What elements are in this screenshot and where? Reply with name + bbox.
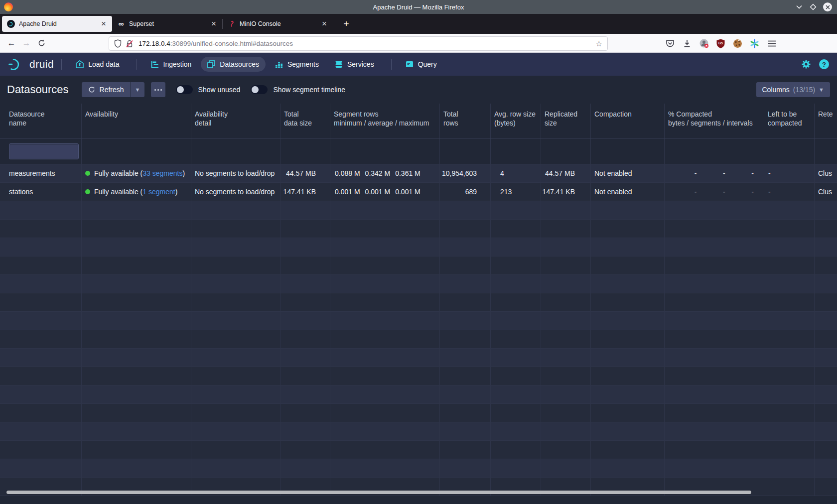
cell-availability xyxy=(82,312,191,330)
cell-retention xyxy=(815,275,837,293)
extension-asterisk-icon[interactable] xyxy=(749,38,760,49)
cell-compaction xyxy=(591,275,665,293)
table-row-stations[interactable]: stationsFully available (1 segment)No se… xyxy=(0,183,837,201)
column-header-compaction[interactable]: Compaction xyxy=(591,104,665,138)
tab-superset[interactable]: ∞ Superset × xyxy=(112,16,222,32)
table-header-row: DatasourcenameAvailabilityAvailabilityde… xyxy=(0,104,837,138)
tab-close-icon[interactable]: × xyxy=(321,20,328,28)
cell-pct_compacted xyxy=(665,385,764,403)
cell-name xyxy=(0,256,82,274)
more-actions-button[interactable] xyxy=(151,82,165,97)
nav-item-query[interactable]: Query xyxy=(399,57,443,72)
url-bar[interactable]: 172.18.0.4:30899/unified-console.html#da… xyxy=(109,36,608,51)
cell-replicated_size xyxy=(541,275,591,293)
cell-total_data_size xyxy=(280,459,330,477)
column-header-availability[interactable]: Availability xyxy=(82,104,191,138)
cell-retention xyxy=(815,256,837,274)
downloads-icon[interactable] xyxy=(682,38,692,49)
minio-favicon xyxy=(228,20,236,28)
cell-left_to_be_compacted xyxy=(764,275,815,293)
bookmark-star-icon[interactable]: ☆ xyxy=(596,39,602,48)
tab-close-icon[interactable]: × xyxy=(100,20,107,28)
horizontal-scrollbar[interactable] xyxy=(6,491,751,494)
cell-total_rows xyxy=(440,385,491,403)
cell-avg_row_size xyxy=(491,312,541,330)
druid-favicon xyxy=(7,20,15,28)
cell-compaction xyxy=(591,330,665,348)
new-tab-button[interactable]: + xyxy=(340,17,353,30)
table-row-measurements[interactable]: measurementsFully available (33 segments… xyxy=(0,164,837,183)
show-unused-toggle[interactable] xyxy=(176,85,193,94)
cell-avg_row_size xyxy=(491,367,541,385)
superset-favicon: ∞ xyxy=(117,20,125,28)
cell-availability xyxy=(82,441,191,459)
reload-button[interactable] xyxy=(34,39,49,47)
cell-availability_detail xyxy=(191,404,280,422)
column-header-name[interactable]: Datasourcename xyxy=(0,104,82,138)
nav-item-datasources[interactable]: Datasources xyxy=(201,57,266,72)
tab-strip: Apache Druid × ∞ Superset × MinIO Consol… xyxy=(0,14,837,34)
column-header-availability_detail[interactable]: Availabilitydetail xyxy=(191,104,280,138)
druid-logo-icon xyxy=(8,57,26,71)
column-header-retention[interactable]: Rete xyxy=(815,104,837,138)
table-row-empty xyxy=(0,312,837,330)
cell-avg_row_size xyxy=(491,404,541,422)
columns-button[interactable]: Columns (13/15) ▼ xyxy=(756,82,831,97)
column-header-pct_compacted[interactable]: % Compactedbytes / segments / intervals xyxy=(665,104,764,138)
back-button[interactable]: ← xyxy=(4,38,19,48)
table-filter-row xyxy=(0,138,837,164)
browser-toolbar: ← → 172.18.0.4:30899/unified-console.htm… xyxy=(0,34,837,53)
segments-link[interactable]: 33 segments xyxy=(142,169,182,177)
cell-segment_rows xyxy=(330,275,440,293)
nav-divider xyxy=(137,59,137,70)
window-minimize-button[interactable] xyxy=(795,3,803,11)
nav-item-load-data[interactable]: Load data xyxy=(69,57,126,72)
column-header-left_to_be_compacted[interactable]: Left to becompacted xyxy=(764,104,815,138)
column-header-total_rows[interactable]: Totalrows xyxy=(440,104,491,138)
forward-button[interactable]: → xyxy=(19,38,34,48)
cell-retention xyxy=(815,330,837,348)
column-header-replicated_size[interactable]: Replicatedsize xyxy=(541,104,591,138)
cell-compaction xyxy=(591,312,665,330)
help-icon[interactable]: ? xyxy=(819,59,829,69)
window-maximize-button[interactable] xyxy=(809,3,817,11)
extension-disabled-icon[interactable] xyxy=(698,38,709,49)
nav-item-label: Services xyxy=(347,60,374,68)
cell-pct_compacted xyxy=(665,459,764,477)
insecure-lock-icon[interactable] xyxy=(126,40,134,48)
tab-apache-druid[interactable]: Apache Druid × xyxy=(2,16,112,32)
pocket-icon[interactable] xyxy=(665,38,675,49)
cell-replicated_size xyxy=(541,238,591,256)
nav-item-ingestion[interactable]: Ingestion xyxy=(144,57,198,72)
cell-segment_rows xyxy=(330,256,440,274)
segments-link[interactable]: 1 segment xyxy=(142,188,175,196)
cell-availability xyxy=(82,385,191,403)
druid-logo[interactable]: druid xyxy=(8,57,54,71)
cookie-icon[interactable] xyxy=(732,38,743,49)
show-segment-timeline-toggle[interactable] xyxy=(251,85,268,94)
cell-retention xyxy=(815,404,837,422)
cell-replicated_size xyxy=(541,330,591,348)
nav-item-label: Query xyxy=(418,60,437,68)
refresh-dropdown-button[interactable]: ▼ xyxy=(131,82,144,97)
tracking-shield-icon[interactable] xyxy=(114,39,122,48)
hamburger-menu-icon[interactable] xyxy=(766,38,777,49)
tab-minio-console[interactable]: MinIO Console × xyxy=(223,16,333,32)
cell-availability_detail xyxy=(191,459,280,477)
window-close-button[interactable] xyxy=(823,2,832,11)
cell-total_rows xyxy=(440,459,491,477)
nav-item-services[interactable]: Services xyxy=(328,57,381,72)
nav-item-segments[interactable]: Segments xyxy=(269,57,325,72)
cell-total_rows xyxy=(440,201,491,219)
datasource-name-filter-input[interactable] xyxy=(9,143,79,159)
cell-retention xyxy=(815,238,837,256)
column-header-total_data_size[interactable]: Totaldata size xyxy=(280,104,330,138)
tab-close-icon[interactable]: × xyxy=(210,20,217,28)
ublock-origin-icon[interactable]: UO xyxy=(715,38,726,49)
column-header-segment_rows[interactable]: Segment rowsminimum / average / maximum xyxy=(330,104,440,138)
settings-gear-icon[interactable] xyxy=(801,59,811,69)
column-header-avg_row_size[interactable]: Avg. row size(bytes) xyxy=(491,104,541,138)
filter-cell-pct_compacted xyxy=(665,138,764,164)
table-row-empty xyxy=(0,349,837,367)
refresh-button[interactable]: Refresh xyxy=(82,82,131,97)
